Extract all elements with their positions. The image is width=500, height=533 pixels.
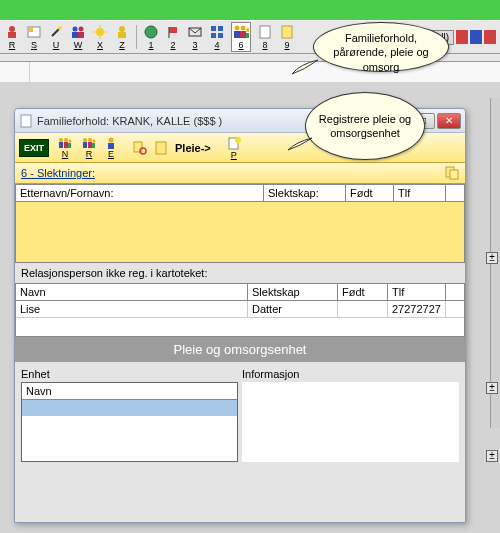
tool-x[interactable]: X (92, 24, 108, 50)
svg-point-26 (241, 26, 246, 31)
svg-point-25 (235, 26, 240, 31)
family-icon (233, 24, 249, 40)
table-row[interactable]: Lise Datter 27272727 (16, 301, 464, 318)
family-dialog: Familieforhold: KRANK, KALLE ($$$ ) — □ … (14, 108, 466, 523)
svg-point-40 (83, 138, 87, 142)
svg-rect-54 (450, 170, 458, 179)
svg-rect-29 (240, 31, 246, 38)
person-yellow-icon (114, 24, 130, 40)
svg-point-6 (73, 27, 78, 32)
person-single-icon (105, 137, 117, 149)
col-tlf[interactable]: Tlf (394, 185, 446, 201)
tool-s[interactable]: S (26, 24, 42, 50)
svg-point-0 (9, 26, 15, 32)
tool-3[interactable]: 3 (187, 24, 203, 50)
family-small-icon-2 (81, 137, 97, 149)
svg-rect-45 (92, 143, 95, 148)
copy-icon[interactable] (445, 166, 459, 180)
col2-slektskap[interactable]: Slektskap (248, 284, 338, 300)
list-col-navn: Navn (22, 383, 237, 400)
list-selected-row[interactable] (22, 400, 237, 416)
svg-rect-38 (64, 142, 68, 148)
tool-r[interactable]: R (4, 24, 20, 50)
slektninger-body[interactable] (16, 202, 464, 262)
slektninger-label: 6 - Slektninger: (21, 167, 95, 179)
dlg-tool-r[interactable]: R (81, 137, 97, 159)
slektninger-header: 6 - Slektninger: (15, 163, 465, 184)
family-small-icon (57, 137, 73, 149)
grid-icon (209, 24, 225, 40)
col-etternavn[interactable]: Etternavn/Fornavn: (16, 185, 264, 201)
col2-fodt[interactable]: Født (338, 284, 388, 300)
tool-z[interactable]: Z (114, 24, 130, 50)
doc-icon (19, 114, 33, 128)
tool-4[interactable]: 4 (209, 24, 225, 50)
svg-rect-37 (59, 142, 63, 148)
expand-button-2[interactable]: ± (486, 382, 498, 394)
svg-rect-23 (211, 33, 216, 38)
svg-rect-21 (211, 26, 216, 31)
color-red2-icon[interactable] (484, 30, 496, 44)
dlg-tool-n[interactable]: N (57, 137, 73, 159)
color-red-icon[interactable] (456, 30, 468, 44)
svg-point-27 (246, 28, 249, 32)
svg-rect-22 (218, 26, 223, 31)
enhet-listbox[interactable]: Navn (21, 382, 238, 462)
col-slektskap[interactable]: Slektskap: (264, 185, 346, 201)
callout-family: Familieforhold, pårørende, pleie og omso… (313, 22, 449, 72)
card-icon (26, 24, 42, 40)
pleie-button[interactable]: Pleie-> (175, 142, 211, 154)
tool-6-family[interactable]: 6 (231, 22, 251, 52)
enhet-label: Enhet (21, 366, 238, 382)
close-button[interactable]: ✕ (437, 113, 461, 129)
col-fodt[interactable]: Født (346, 185, 394, 201)
svg-rect-16 (118, 32, 126, 38)
tool-2[interactable]: 2 (165, 24, 181, 50)
dlg-tool-doc[interactable] (155, 141, 167, 155)
tool-9[interactable]: 9 (279, 24, 295, 50)
svg-rect-32 (282, 26, 292, 38)
tool-u[interactable]: U (48, 24, 64, 50)
svg-point-35 (64, 138, 68, 142)
svg-point-36 (69, 139, 72, 142)
tool-w[interactable]: W (70, 24, 86, 50)
svg-rect-28 (234, 31, 240, 38)
svg-point-10 (96, 28, 104, 36)
tool-1[interactable]: 1 (143, 24, 159, 50)
svg-rect-24 (218, 33, 223, 38)
dlg-tool-search[interactable] (133, 141, 147, 155)
informasjon-area[interactable] (242, 382, 459, 462)
svg-rect-39 (68, 143, 71, 148)
exit-button[interactable]: EXIT (19, 139, 49, 157)
informasjon-label: Informasjon (242, 366, 459, 382)
dlg-tool-p[interactable]: P (227, 136, 241, 160)
pleie-section-title: Pleie og omsorgsenhet (15, 337, 465, 362)
svg-point-5 (58, 26, 62, 30)
globe-icon (143, 24, 159, 40)
tool-8[interactable]: 8 (257, 24, 273, 50)
svg-point-42 (93, 139, 96, 142)
color-blue-icon[interactable] (470, 30, 482, 44)
page-icon (257, 24, 273, 40)
svg-point-41 (88, 138, 92, 142)
svg-rect-33 (21, 115, 31, 127)
dlg-tool-e[interactable]: E (105, 137, 117, 159)
svg-point-15 (119, 26, 125, 32)
svg-rect-43 (83, 142, 87, 148)
svg-rect-9 (78, 32, 84, 38)
col2-tlf[interactable]: Tlf (388, 284, 446, 300)
new-doc-icon (227, 136, 241, 150)
svg-point-7 (79, 27, 84, 32)
slektninger-grid: Etternavn/Fornavn: Slektskap: Født Tlf (15, 184, 465, 263)
callout-register: Registrere pleie og omsorgsenhet (305, 92, 425, 160)
expand-button-1[interactable]: ± (486, 252, 498, 264)
expand-button-3[interactable]: ± (486, 450, 498, 462)
col2-navn[interactable]: Navn (16, 284, 248, 300)
svg-rect-50 (156, 142, 166, 154)
svg-point-46 (109, 137, 114, 142)
svg-rect-44 (88, 142, 92, 148)
svg-rect-3 (29, 28, 33, 32)
svg-rect-31 (260, 26, 270, 38)
flag-icon (165, 24, 181, 40)
svg-rect-1 (8, 32, 16, 38)
